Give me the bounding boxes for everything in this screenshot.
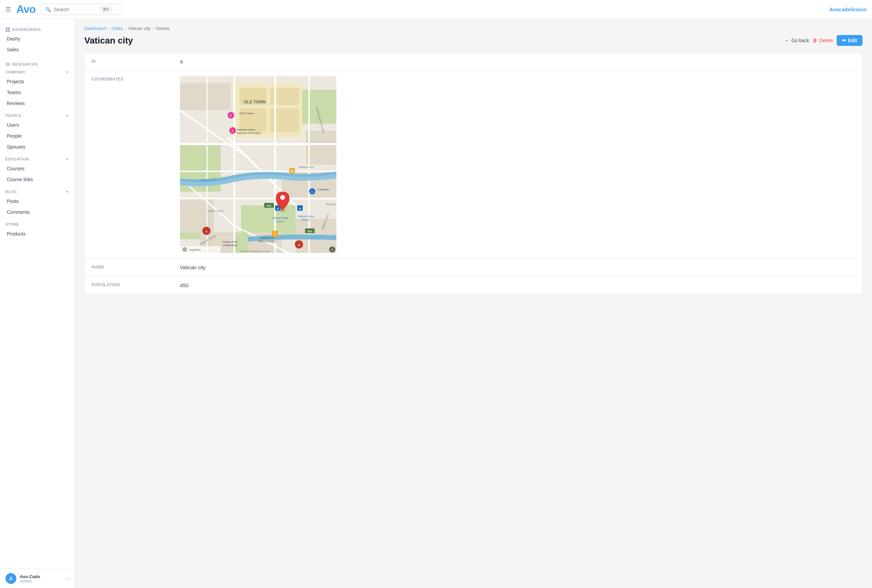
- arrow-left-icon: ←: [785, 38, 789, 43]
- chevron-down-icon-people: ▼: [66, 114, 69, 118]
- sidebar-item-comments[interactable]: Comments: [0, 207, 75, 218]
- user-info: Avo Cado ADMIN: [20, 574, 61, 583]
- user-name: Avo Cado: [20, 574, 61, 579]
- sidebar-group-company-label: COMPANY: [6, 70, 26, 74]
- sidebar-group-company[interactable]: COMPANY ▼: [0, 68, 75, 76]
- header-actions: ← Go back 🗑 Delete ✏ Edit: [785, 35, 863, 46]
- svg-text:i: i: [332, 248, 333, 252]
- page-header: Vatican city ← Go back 🗑 Delete ✏ Edit: [84, 35, 863, 46]
- sidebar-group-education-label: EDUCATION: [6, 157, 29, 161]
- value-population: 450: [173, 276, 862, 294]
- user-role: ADMIN: [20, 579, 61, 583]
- sidebar-item-spouses[interactable]: Spouses: [0, 141, 75, 152]
- svg-text:vardul Unirii: vardul Unirii: [207, 209, 224, 213]
- svg-rect-21: [306, 130, 336, 165]
- breadcrumb-vatican: Vatican city: [128, 26, 151, 31]
- detail-row-population: POPULATION 450: [85, 276, 862, 294]
- avatar: A: [6, 573, 17, 584]
- label-id: ID: [85, 53, 173, 70]
- sidebar-section-resources: RESOURCES: [0, 59, 75, 68]
- svg-text:Metrou Piata: Metrou Piata: [272, 216, 288, 220]
- sidebar-item-people[interactable]: People: [0, 130, 75, 141]
- label-name: NAME: [85, 259, 173, 276]
- sidebar-item-posts[interactable]: Posts: [0, 196, 75, 207]
- detail-card: ID 4 COORDINATES: [84, 52, 863, 294]
- svg-text:Unirii 2: Unirii 2: [302, 218, 310, 221]
- label-coordinates: COORDINATES: [85, 71, 173, 87]
- svg-rect-5: [6, 64, 10, 64]
- breadcrumb-cities[interactable]: Cities: [111, 26, 123, 31]
- breadcrumb-sep-3: ›: [152, 26, 154, 31]
- sidebar-group-education[interactable]: EDUCATION ▼: [0, 155, 75, 163]
- svg-rect-4: [6, 63, 10, 63]
- org-name: Avocadelicious: [830, 6, 866, 12]
- detail-row-id: ID 4: [85, 53, 862, 71]
- svg-rect-3: [8, 30, 10, 32]
- svg-text:Museum of Romania: Museum of Romania: [237, 132, 261, 135]
- svg-rect-6: [6, 65, 10, 66]
- breadcrumb-dashboard[interactable]: Dashboard: [84, 26, 106, 31]
- sidebar-item-users[interactable]: Users: [0, 120, 75, 130]
- topnav: ☰ Avo 🔍 ⌘K Avocadelicious: [0, 0, 872, 19]
- svg-text:Studii Economice: Studii Economice: [258, 240, 276, 242]
- svg-text:OLD TOWN: OLD TOWN: [244, 100, 266, 104]
- search-icon: 🔍: [45, 7, 51, 12]
- svg-text:4: 4: [298, 243, 300, 247]
- sidebar-group-people-label: PEOPLE: [6, 114, 22, 118]
- value-name: Vatican city: [173, 259, 862, 276]
- sidebar-item-course-links[interactable]: Course links: [0, 174, 75, 185]
- edit-icon: ✏: [842, 38, 846, 43]
- svg-text:E81: E81: [307, 230, 313, 233]
- detail-row-name: NAME Vatican city: [85, 259, 862, 276]
- chevron-down-icon-education: ▼: [66, 158, 69, 161]
- svg-text:Unirii 1: Unirii 1: [276, 220, 285, 223]
- sidebar-group-blog-label: BLOG: [6, 190, 17, 194]
- search-kbd: ⌘K: [101, 6, 111, 13]
- sidebar-item-sales[interactable]: Sales: [0, 44, 75, 55]
- sidebar-group-people[interactable]: PEOPLE ▼: [0, 111, 75, 120]
- sidebar-item-courses[interactable]: Courses: [0, 163, 75, 174]
- sidebar-item-projects[interactable]: Projects: [0, 76, 75, 87]
- search-input[interactable]: [54, 7, 98, 12]
- svg-text:Academia de: Academia de: [260, 237, 274, 239]
- label-population: POPULATION: [85, 276, 173, 294]
- sidebar-group-store[interactable]: STORE: [0, 220, 75, 228]
- sidebar-item-dashy[interactable]: Dashy: [0, 33, 75, 44]
- sidebar-group-store-label: STORE: [6, 222, 19, 226]
- sidebar-item-teams[interactable]: Teams: [0, 87, 75, 98]
- svg-text:Manuc's Inn: Manuc's Inn: [299, 165, 314, 169]
- search-bar[interactable]: 🔍 ⌘K: [41, 4, 122, 15]
- sidebar: DASHBOARDS Dashy Sales RESOURCES COMPANY…: [0, 19, 75, 588]
- svg-text:C: C: [311, 190, 313, 194]
- logo-text: Avo: [17, 3, 35, 16]
- delete-button[interactable]: 🗑 Delete: [812, 38, 833, 43]
- map-svg: OLD TOWN: [180, 76, 336, 253]
- page-title: Vatican city: [84, 35, 785, 46]
- svg-text:P: P: [230, 114, 232, 117]
- svg-text:P: P: [232, 130, 234, 132]
- breadcrumb-details: Details: [156, 26, 170, 31]
- value-coordinates: OLD TOWN: [173, 71, 862, 258]
- menu-icon[interactable]: ☰: [6, 6, 11, 13]
- sidebar-item-reviews[interactable]: Reviews: [0, 98, 75, 109]
- sidebar-item-products[interactable]: Products: [0, 228, 75, 239]
- sidebar-section-dashboards: DASHBOARDS: [0, 24, 75, 33]
- svg-text:A: A: [274, 232, 276, 236]
- value-id: 4: [173, 53, 862, 70]
- more-options-icon[interactable]: ···: [64, 575, 69, 582]
- edit-button[interactable]: ✏ Edit: [837, 35, 863, 46]
- logo: Avo: [17, 3, 35, 16]
- svg-rect-2: [6, 30, 8, 32]
- chevron-down-icon: ▼: [66, 70, 69, 74]
- svg-text:E81: E81: [267, 204, 272, 207]
- sidebar-group-blog[interactable]: BLOG ▼: [0, 188, 75, 196]
- svg-point-85: [182, 247, 187, 252]
- go-back-button[interactable]: ← Go back: [785, 38, 809, 43]
- svg-text:Carrefour: Carrefour: [318, 188, 329, 191]
- svg-text:mapbox: mapbox: [189, 248, 201, 252]
- svg-rect-0: [6, 27, 8, 29]
- svg-text:Patriarchate: Patriarchate: [224, 244, 237, 247]
- svg-rect-20: [180, 83, 231, 110]
- trash-icon: 🗑: [812, 38, 817, 43]
- dashboard-icon: [6, 27, 10, 32]
